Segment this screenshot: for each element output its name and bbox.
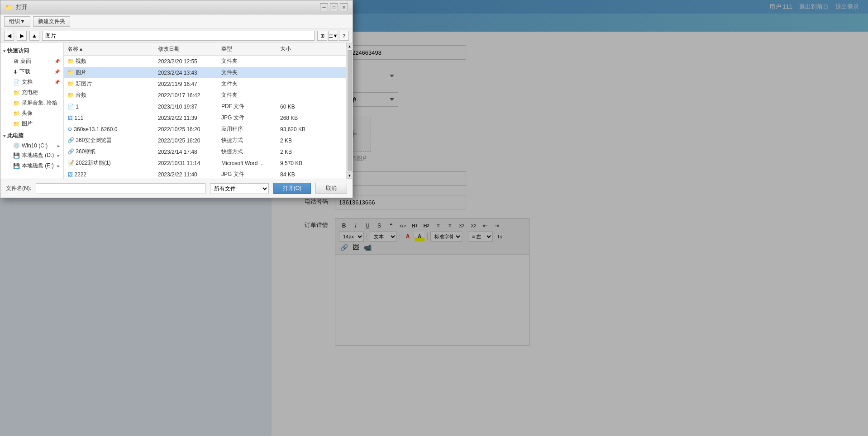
- file-name-360browser: 🔗 360安全浏览器: [64, 136, 154, 145]
- header-name[interactable]: 名称 ▴: [64, 44, 154, 54]
- close-btn[interactable]: ✕: [340, 3, 348, 11]
- header-size[interactable]: 大小: [277, 44, 313, 54]
- file-type-videos: 文件夹: [218, 57, 277, 66]
- file-size-newpic: [277, 84, 313, 85]
- sidebar-label-avatar: 头像: [22, 109, 33, 117]
- file-list-area: 名称 ▴ 修改日期 类型 大小 📁 视频 2023/2/20 12:55 文件夹…: [64, 43, 346, 179]
- file-item-2222[interactable]: 🖼 2222 2023/2/22 11:40 JPG 文件 84 KB: [64, 169, 346, 179]
- file-date-360browser: 2022/10/25 16:20: [154, 137, 218, 144]
- expand-e-arrow: ▸: [57, 163, 60, 168]
- expand-c-arrow: ▸: [57, 143, 60, 148]
- nav-back-btn[interactable]: ◀: [4, 31, 14, 41]
- avatar-folder-icon: 📁: [13, 110, 20, 117]
- new-folder-btn[interactable]: 新建文件夹: [33, 16, 70, 27]
- filename-input[interactable]: [36, 183, 205, 194]
- sidebar-item-charger[interactable]: 📁 充电柜: [10, 87, 63, 98]
- file-date-360se: 2022/10/25 16:20: [154, 126, 218, 133]
- file-date-2222: 2023/2/22 11:40: [154, 171, 218, 178]
- file-sidebar: ▾ 快速访问 🖥 桌面 📌 ⬇ 下载 📌: [0, 43, 64, 179]
- organize-btn[interactable]: 组织▼: [4, 16, 30, 27]
- file-size-pictures: [277, 72, 313, 73]
- nav-path: 图片: [42, 31, 315, 41]
- pictures-icon: 📁: [13, 121, 20, 127]
- file-item-1[interactable]: 📄 1 2023/1/10 19:37 PDF 文件 60 KB: [64, 101, 346, 112]
- file-type-2222: JPG 文件: [218, 170, 277, 179]
- sidebar-item-downloads[interactable]: ⬇ 下载 📌: [10, 66, 63, 77]
- dialog-folder-icon: 📁: [5, 4, 12, 11]
- dialog-title: 打开: [16, 3, 28, 11]
- sidebar-item-documents[interactable]: 📄 文档 📌: [10, 77, 63, 87]
- file-dialog: 📁 打开 ─ □ ✕ 组织▼ 新建文件夹 ◀ ▶ ▲ 图片 ⊞ ☰▼: [0, 0, 353, 198]
- file-item-360browser[interactable]: 🔗 360安全浏览器 2022/10/25 16:20 快捷方式 2 KB: [64, 135, 346, 146]
- sidebar-item-avatar[interactable]: 📁 头像: [10, 108, 63, 118]
- file-toolbar: 组织▼ 新建文件夹: [0, 14, 353, 29]
- file-date-newpic: 2022/11/9 16:47: [154, 81, 218, 88]
- file-size-111: 268 KB: [277, 114, 313, 122]
- sidebar-item-locald[interactable]: 💾 本地磁盘 (D:) ▸: [10, 150, 63, 161]
- expand-quick-arrow: ▾: [3, 48, 5, 53]
- file-item-360wallpaper[interactable]: 🔗 360壁纸 2023/2/14 17:48 快捷方式 2 KB: [64, 146, 346, 157]
- file-dialog-footer: 文件名(N): 所有文件 图片文件 JPG文件 PNG文件 打开(O) 取消: [0, 179, 353, 198]
- sidebar-label-locale: 本地磁盘 (E:): [22, 162, 54, 170]
- file-type-audio: 文件夹: [218, 91, 277, 100]
- open-btn[interactable]: 打开(O): [273, 183, 311, 194]
- minimize-btn[interactable]: ─: [320, 3, 328, 11]
- file-size-videos: [277, 61, 313, 62]
- sidebar-label-win10: Win10 (C:): [22, 142, 48, 149]
- pin-icon2: 📌: [54, 69, 60, 74]
- view-icon-btn[interactable]: ⊞: [317, 31, 327, 41]
- win10-icon: 💿: [13, 142, 20, 149]
- quick-access-group[interactable]: ▾ 快速访问: [0, 46, 63, 56]
- nav-forward-btn[interactable]: ▶: [17, 31, 27, 41]
- sidebar-item-desktop[interactable]: 🖥 桌面 📌: [10, 56, 63, 66]
- file-name-360wallpaper: 🔗 360壁纸: [64, 147, 154, 156]
- file-size-audio: [277, 95, 313, 96]
- file-item-111[interactable]: 🖼 111 2023/2/22 11:39 JPG 文件 268 KB: [64, 112, 346, 123]
- sidebar-label-recordings: 录屏合集, 给给: [22, 99, 57, 107]
- file-item-audio[interactable]: 📁 音频 2022/10/17 16:42 文件夹: [64, 90, 346, 101]
- file-size-1: 60 KB: [277, 103, 313, 110]
- file-size-360se: 93,620 KB: [277, 126, 313, 133]
- sidebar-item-pictures[interactable]: 📁 图片: [10, 118, 63, 129]
- vscroll-down-arrow[interactable]: ▼: [347, 172, 353, 179]
- this-pc-group[interactable]: ▾ 此电脑: [0, 131, 63, 141]
- file-size-2222: 84 KB: [277, 171, 313, 178]
- vscroll-thumb[interactable]: [348, 50, 352, 171]
- view-list-btn[interactable]: ☰▼: [328, 31, 338, 41]
- header-type[interactable]: 类型: [218, 44, 277, 54]
- downloads-icon: ⬇: [13, 69, 18, 75]
- sidebar-item-locale[interactable]: 💾 本地磁盘 (E:) ▸: [10, 161, 63, 171]
- sidebar-label-locald: 本地磁盘 (D:): [22, 152, 54, 159]
- header-date[interactable]: 修改日期: [154, 44, 218, 54]
- file-name-pictures: 📁 图片: [64, 68, 154, 77]
- file-name-111: 🖼 111: [64, 114, 154, 122]
- sidebar-item-win10[interactable]: 💿 Win10 (C:) ▸: [10, 141, 63, 150]
- sidebar-item-recordings[interactable]: 📁 录屏合集, 给给: [10, 98, 63, 108]
- file-size-360browser: 2 KB: [277, 137, 313, 144]
- file-name-2222: 🖼 2222: [64, 171, 154, 178]
- file-item-newpic[interactable]: 📁 新图片 2022/11/9 16:47 文件夹: [64, 78, 346, 90]
- file-type-newpic: 文件夹: [218, 80, 277, 88]
- this-pc-label: 此电脑: [7, 132, 24, 140]
- file-item-videos[interactable]: 📁 视频 2023/2/20 12:55 文件夹: [64, 56, 346, 67]
- file-type-360wallpaper: 快捷方式: [218, 147, 277, 156]
- file-item-pictures[interactable]: 📁 图片 2023/2/24 13:43 文件夹: [64, 67, 346, 78]
- file-item-360se[interactable]: ⚙ 360se13.1.6260.0 2022/10/25 16:20 应用程序…: [64, 123, 346, 135]
- file-name-1: 📄 1: [64, 103, 154, 110]
- file-vscrollbar[interactable]: ▲ ▼: [346, 43, 353, 179]
- maximize-btn[interactable]: □: [330, 3, 338, 11]
- file-dialog-body: ▾ 快速访问 🖥 桌面 📌 ⬇ 下载 📌: [0, 43, 353, 179]
- file-item-2022new[interactable]: 📝 2022新功能(1) 2022/10/31 11:14 Microsoft …: [64, 157, 346, 169]
- file-dialog-overlay: 📁 打开 ─ □ ✕ 组织▼ 新建文件夹 ◀ ▶ ▲ 图片 ⊞ ☰▼: [0, 0, 868, 436]
- vscroll-up-arrow[interactable]: ▲: [347, 43, 353, 49]
- nav-up-btn[interactable]: ▲: [29, 31, 39, 41]
- filetype-select[interactable]: 所有文件 图片文件 JPG文件 PNG文件: [210, 183, 269, 194]
- file-navbar: ◀ ▶ ▲ 图片 ⊞ ☰▼ ?: [0, 29, 353, 43]
- file-type-360se: 应用程序: [218, 125, 277, 133]
- file-date-111: 2023/2/22 11:39: [154, 114, 218, 122]
- file-date-audio: 2022/10/17 16:42: [154, 92, 218, 99]
- file-type-2022new: Microsoft Word ...: [218, 160, 277, 167]
- cancel-btn[interactable]: 取消: [315, 183, 347, 194]
- expand-pc-arrow: ▾: [3, 133, 5, 138]
- help-btn[interactable]: ?: [339, 31, 349, 41]
